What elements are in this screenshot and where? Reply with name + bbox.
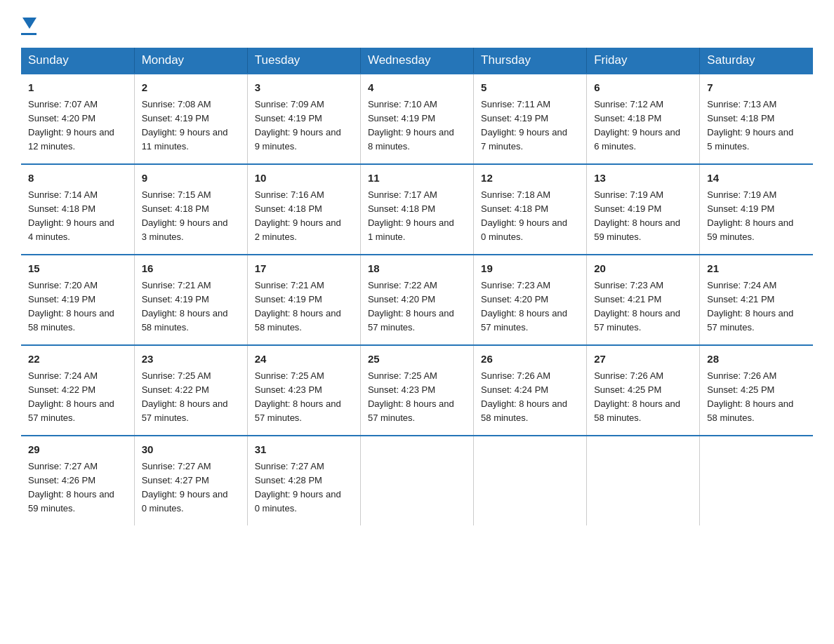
day-info: Sunrise: 7:24 AMSunset: 4:21 PMDaylight:… [707, 279, 806, 335]
day-info: Sunrise: 7:27 AMSunset: 4:27 PMDaylight:… [142, 459, 240, 516]
day-number: 7 [707, 80, 806, 96]
day-info: Sunrise: 7:26 AMSunset: 4:25 PMDaylight:… [594, 369, 692, 426]
day-number: 24 [255, 351, 353, 368]
calendar-cell: 31Sunrise: 7:27 AMSunset: 4:28 PMDayligh… [247, 436, 360, 525]
day-number: 12 [481, 170, 579, 187]
logo [21, 14, 37, 35]
calendar-week-row: 15Sunrise: 7:20 AMSunset: 4:19 PMDayligh… [21, 255, 813, 345]
day-info: Sunrise: 7:26 AMSunset: 4:24 PMDaylight:… [481, 369, 579, 426]
calendar-cell: 8Sunrise: 7:14 AMSunset: 4:18 PMDaylight… [21, 164, 134, 255]
day-info: Sunrise: 7:27 AMSunset: 4:28 PMDaylight:… [255, 459, 353, 516]
calendar-cell: 12Sunrise: 7:18 AMSunset: 4:18 PMDayligh… [474, 164, 587, 255]
day-info: Sunrise: 7:08 AMSunset: 4:19 PMDaylight:… [142, 98, 240, 154]
day-info: Sunrise: 7:19 AMSunset: 4:19 PMDaylight:… [594, 188, 692, 245]
calendar-cell: 23Sunrise: 7:25 AMSunset: 4:22 PMDayligh… [134, 345, 247, 436]
day-info: Sunrise: 7:16 AMSunset: 4:18 PMDaylight:… [255, 188, 353, 245]
calendar-cell: 14Sunrise: 7:19 AMSunset: 4:19 PMDayligh… [700, 164, 813, 255]
day-number: 20 [594, 261, 692, 277]
weekday-header-saturday: Saturday [700, 48, 813, 74]
calendar-cell: 28Sunrise: 7:26 AMSunset: 4:25 PMDayligh… [700, 345, 813, 436]
day-number: 26 [481, 351, 579, 368]
calendar-week-row: 1Sunrise: 7:07 AMSunset: 4:20 PMDaylight… [21, 74, 813, 164]
calendar-cell: 29Sunrise: 7:27 AMSunset: 4:26 PMDayligh… [21, 436, 134, 525]
day-number: 28 [707, 351, 806, 368]
day-info: Sunrise: 7:22 AMSunset: 4:20 PMDaylight:… [368, 279, 466, 335]
day-info: Sunrise: 7:26 AMSunset: 4:25 PMDaylight:… [707, 369, 806, 426]
day-number: 3 [255, 80, 353, 96]
day-info: Sunrise: 7:09 AMSunset: 4:19 PMDaylight:… [255, 98, 353, 154]
calendar-cell: 11Sunrise: 7:17 AMSunset: 4:18 PMDayligh… [360, 164, 473, 255]
day-number: 2 [142, 80, 240, 96]
day-info: Sunrise: 7:17 AMSunset: 4:18 PMDaylight:… [368, 188, 466, 245]
weekday-header-thursday: Thursday [474, 48, 587, 74]
calendar-cell: 6Sunrise: 7:12 AMSunset: 4:18 PMDaylight… [587, 74, 700, 164]
calendar-cell: 26Sunrise: 7:26 AMSunset: 4:24 PMDayligh… [474, 345, 587, 436]
day-info: Sunrise: 7:21 AMSunset: 4:19 PMDaylight:… [142, 279, 240, 335]
page-header [21, 14, 813, 35]
day-info: Sunrise: 7:15 AMSunset: 4:18 PMDaylight:… [142, 188, 240, 245]
day-info: Sunrise: 7:13 AMSunset: 4:18 PMDaylight:… [707, 98, 806, 154]
day-info: Sunrise: 7:12 AMSunset: 4:18 PMDaylight:… [594, 98, 692, 154]
calendar-cell: 30Sunrise: 7:27 AMSunset: 4:27 PMDayligh… [134, 436, 247, 525]
calendar-cell: 2Sunrise: 7:08 AMSunset: 4:19 PMDaylight… [134, 74, 247, 164]
day-info: Sunrise: 7:25 AMSunset: 4:22 PMDaylight:… [142, 369, 240, 426]
calendar-cell: 20Sunrise: 7:23 AMSunset: 4:21 PMDayligh… [587, 255, 700, 345]
weekday-header-wednesday: Wednesday [360, 48, 473, 74]
day-number: 11 [368, 170, 466, 187]
day-info: Sunrise: 7:11 AMSunset: 4:19 PMDaylight:… [481, 98, 579, 154]
calendar-cell: 9Sunrise: 7:15 AMSunset: 4:18 PMDaylight… [134, 164, 247, 255]
day-number: 9 [142, 170, 240, 187]
weekday-header-tuesday: Tuesday [247, 48, 360, 74]
day-info: Sunrise: 7:07 AMSunset: 4:20 PMDaylight:… [28, 98, 127, 154]
day-number: 8 [28, 170, 127, 187]
calendar-cell: 16Sunrise: 7:21 AMSunset: 4:19 PMDayligh… [134, 255, 247, 345]
calendar-cell: 17Sunrise: 7:21 AMSunset: 4:19 PMDayligh… [247, 255, 360, 345]
calendar-cell [700, 436, 813, 525]
day-info: Sunrise: 7:25 AMSunset: 4:23 PMDaylight:… [255, 369, 353, 426]
day-number: 31 [255, 442, 353, 458]
calendar-cell: 13Sunrise: 7:19 AMSunset: 4:19 PMDayligh… [587, 164, 700, 255]
day-number: 29 [28, 442, 127, 458]
calendar-cell: 4Sunrise: 7:10 AMSunset: 4:19 PMDaylight… [360, 74, 473, 164]
calendar-week-row: 8Sunrise: 7:14 AMSunset: 4:18 PMDaylight… [21, 164, 813, 255]
calendar-cell: 1Sunrise: 7:07 AMSunset: 4:20 PMDaylight… [21, 74, 134, 164]
day-number: 22 [28, 351, 127, 368]
calendar-week-row: 22Sunrise: 7:24 AMSunset: 4:22 PMDayligh… [21, 345, 813, 436]
day-info: Sunrise: 7:10 AMSunset: 4:19 PMDaylight:… [368, 98, 466, 154]
calendar-cell: 21Sunrise: 7:24 AMSunset: 4:21 PMDayligh… [700, 255, 813, 345]
day-info: Sunrise: 7:23 AMSunset: 4:20 PMDaylight:… [481, 279, 579, 335]
day-number: 21 [707, 261, 806, 277]
day-number: 18 [368, 261, 466, 277]
day-info: Sunrise: 7:23 AMSunset: 4:21 PMDaylight:… [594, 279, 692, 335]
day-number: 13 [594, 170, 692, 187]
calendar-cell [360, 436, 473, 525]
day-info: Sunrise: 7:24 AMSunset: 4:22 PMDaylight:… [28, 369, 127, 426]
calendar-cell: 5Sunrise: 7:11 AMSunset: 4:19 PMDaylight… [474, 74, 587, 164]
day-number: 16 [142, 261, 240, 277]
day-number: 5 [481, 80, 579, 96]
calendar-week-row: 29Sunrise: 7:27 AMSunset: 4:26 PMDayligh… [21, 436, 813, 525]
calendar-cell: 27Sunrise: 7:26 AMSunset: 4:25 PMDayligh… [587, 345, 700, 436]
day-number: 6 [594, 80, 692, 96]
calendar-cell: 7Sunrise: 7:13 AMSunset: 4:18 PMDaylight… [700, 74, 813, 164]
day-number: 30 [142, 442, 240, 458]
day-info: Sunrise: 7:19 AMSunset: 4:19 PMDaylight:… [707, 188, 806, 245]
day-info: Sunrise: 7:27 AMSunset: 4:26 PMDaylight:… [28, 459, 127, 516]
calendar-cell: 22Sunrise: 7:24 AMSunset: 4:22 PMDayligh… [21, 345, 134, 436]
weekday-header-friday: Friday [587, 48, 700, 74]
weekday-header-monday: Monday [134, 48, 247, 74]
calendar-cell: 18Sunrise: 7:22 AMSunset: 4:20 PMDayligh… [360, 255, 473, 345]
calendar-cell: 10Sunrise: 7:16 AMSunset: 4:18 PMDayligh… [247, 164, 360, 255]
day-info: Sunrise: 7:18 AMSunset: 4:18 PMDaylight:… [481, 188, 579, 245]
day-number: 15 [28, 261, 127, 277]
day-number: 19 [481, 261, 579, 277]
day-number: 25 [368, 351, 466, 368]
calendar-cell [587, 436, 700, 525]
logo-triangle-icon [22, 18, 37, 29]
day-info: Sunrise: 7:21 AMSunset: 4:19 PMDaylight:… [255, 279, 353, 335]
day-number: 1 [28, 80, 127, 96]
day-info: Sunrise: 7:25 AMSunset: 4:23 PMDaylight:… [368, 369, 466, 426]
logo-underline [21, 33, 37, 35]
calendar-cell: 3Sunrise: 7:09 AMSunset: 4:19 PMDaylight… [247, 74, 360, 164]
day-number: 10 [255, 170, 353, 187]
